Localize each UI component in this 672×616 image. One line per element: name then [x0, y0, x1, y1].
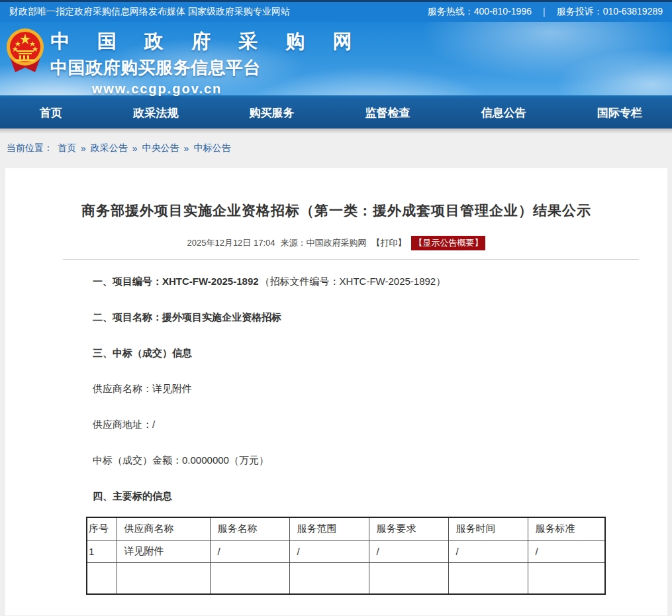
breadcrumb: 当前位置： 首页»政采公告»中央公告»中标公告: [0, 134, 672, 168]
table-row: [87, 562, 605, 594]
table-cell: [448, 562, 528, 594]
nav-bottom-strip: [0, 128, 672, 134]
table-cell: [289, 562, 369, 594]
site-subtitle: 中国政府购买服务信息平台: [50, 56, 264, 79]
breadcrumb-label: 当前位置：: [7, 142, 53, 154]
main-subject-heading: 四、主要标的信息: [93, 478, 667, 514]
table-row: 1详见附件/////: [87, 540, 605, 562]
breadcrumb-separator: »: [184, 143, 189, 154]
article-panel: 商务部援外项目实施企业资格招标（第一类：援外成套项目管理企业）结果公示 2025…: [5, 168, 667, 615]
table-column-header: 服务范围: [289, 517, 369, 540]
table-column-header: 供应商名称: [117, 517, 210, 540]
award-info-heading: 三、中标（成交）信息: [93, 335, 667, 371]
topbar-separator: ｜: [540, 6, 549, 18]
project-number-note: （招标文件编号：XHTC-FW-2025-1892）: [260, 276, 446, 288]
breadcrumb-separator: »: [132, 143, 138, 154]
table-cell: /: [210, 540, 289, 562]
award-result-table: 序号供应商名称服务名称服务范围服务要求服务时间服务标准 1详见附件/////: [86, 517, 606, 595]
table-cell: [528, 562, 605, 594]
nav-item-4[interactable]: 监督检查: [365, 105, 410, 121]
main-nav: 首页政采法规购买服务监督检查信息公告国际专栏: [0, 97, 672, 128]
page-title: 商务部援外项目实施企业资格招标（第一类：援外成套项目管理企业）结果公示: [5, 168, 667, 220]
site-url: www.ccgp.gov.cn: [50, 81, 264, 97]
article-source: 来源：中国政府采购网: [280, 237, 366, 249]
publish-datetime: 2025年12月12日 17:04: [187, 237, 275, 249]
top-service-bar: 财政部唯一指定政府采购信息网络发布媒体 国家级政府采购专业网站 服务热线：400…: [0, 0, 672, 22]
brand-block: 中 国 政 府 采 购 网 中国政府购买服务信息平台 www.ccgp.gov.…: [50, 28, 264, 97]
table-cell: [117, 562, 210, 594]
project-name-line: 二、项目名称：援外项目实施企业资格招标: [93, 299, 667, 335]
table-cell: 1: [87, 540, 117, 562]
nav-item-2[interactable]: 政采法规: [133, 105, 178, 121]
nav-item-3[interactable]: 购买服务: [249, 105, 294, 121]
meta-divider: [63, 259, 639, 260]
table-header-row: 序号供应商名称服务名称服务范围服务要求服务时间服务标准: [87, 517, 605, 540]
project-number-bold: 一、项目编号：XHTC-FW-2025-1892: [93, 276, 259, 288]
home-logo-link[interactable]: [5, 25, 45, 74]
table-cell: [87, 562, 117, 594]
table-cell: [210, 562, 289, 594]
table-cell: /: [369, 540, 448, 562]
national-emblem-icon: [5, 25, 45, 74]
nav-item-6[interactable]: 国际专栏: [597, 105, 642, 121]
breadcrumb-link[interactable]: 政采公告: [91, 142, 128, 154]
service-complaint: 服务投诉：010-63819289: [557, 6, 663, 18]
project-number-line: 一、项目编号：XHTC-FW-2025-1892 （招标文件编号：XHTC-FW…: [93, 264, 667, 299]
table-column-header: 服务要求: [369, 517, 448, 540]
table-column-header: 服务名称: [210, 517, 289, 540]
supplier-name-line: 供应商名称：详见附件: [93, 371, 667, 407]
table-cell: 详见附件: [117, 540, 210, 562]
service-hotline: 服务热线：400-810-1996: [428, 6, 532, 18]
table-column-header: 服务时间: [448, 517, 528, 540]
table-column-header: 序号: [87, 517, 117, 540]
table-cell: /: [448, 540, 528, 562]
breadcrumb-link[interactable]: 中标公告: [193, 142, 230, 154]
award-amount-line: 中标（成交）金额：0.0000000（万元）: [93, 442, 667, 478]
table-cell: [369, 562, 448, 594]
breadcrumb-link[interactable]: 中央公告: [142, 142, 179, 154]
nav-item-5[interactable]: 信息公告: [481, 105, 526, 121]
site-name: 中 国 政 府 采 购 网: [50, 28, 264, 55]
table-column-header: 服务标准: [528, 517, 605, 540]
site-header: 中 国 政 府 采 购 网 中国政府购买服务信息平台 www.ccgp.gov.…: [0, 22, 672, 97]
breadcrumb-link[interactable]: 首页: [58, 142, 76, 154]
show-summary-button[interactable]: 【显示公告概要】: [411, 236, 485, 250]
supplier-address-line: 供应商地址：/: [93, 407, 667, 442]
site-slogan: 财政部唯一指定政府采购信息网络发布媒体 国家级政府采购专业网站: [9, 6, 290, 18]
nav-item-1[interactable]: 首页: [40, 105, 62, 121]
table-cell: /: [289, 540, 369, 562]
article-body: 一、项目编号：XHTC-FW-2025-1892 （招标文件编号：XHTC-FW…: [5, 264, 667, 514]
breadcrumb-separator: »: [81, 143, 86, 154]
breadcrumb-items: 首页»政采公告»中央公告»中标公告: [58, 142, 230, 154]
article-meta: 2025年12月12日 17:04 来源：中国政府采购网 【打印】 【显示公告概…: [5, 236, 667, 250]
table-cell: /: [528, 540, 605, 562]
print-button[interactable]: 【打印】: [371, 237, 406, 249]
